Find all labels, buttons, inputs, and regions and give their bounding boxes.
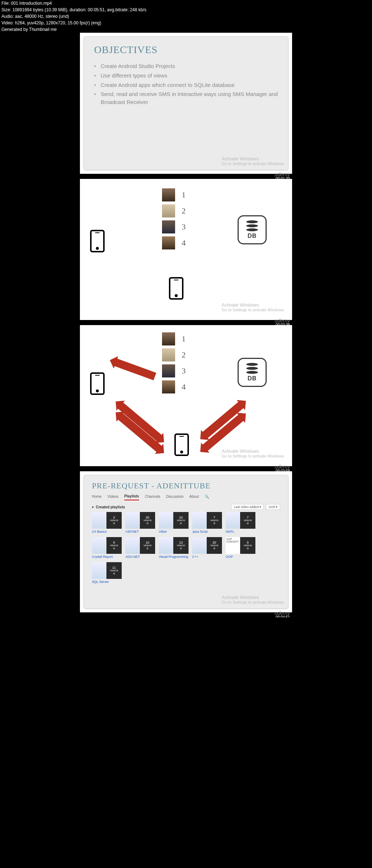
- playlist-item[interactable]: 7VIDEOS≡HMTL: [226, 512, 255, 533]
- playlist-item[interactable]: OOP CONCEPT8VIDEOS≡OOP: [226, 537, 255, 559]
- tab-videos[interactable]: Videos: [108, 495, 118, 500]
- phone-icon: [90, 372, 105, 395]
- search-icon[interactable]: 🔍: [205, 495, 209, 500]
- avatar: [162, 204, 175, 217]
- bullet-item: Use different types of views: [94, 72, 278, 80]
- db-icon: DB: [238, 215, 267, 244]
- avatar: [162, 364, 175, 377]
- windows-watermark: Activate Windows Go to Settings to activ…: [222, 595, 285, 604]
- playlist-item[interactable]: 2VIDEOS≡C# Basics: [92, 512, 122, 533]
- bullet-item: Create Android Studio Projects: [94, 62, 278, 70]
- list-number: 1: [182, 334, 186, 344]
- thumb-frame-2: 1 2 3 4 DB Activate Windows Go to Settin…: [80, 179, 292, 320]
- phone-icon: [174, 433, 189, 456]
- slide-title: OBJECTIVES: [94, 44, 278, 56]
- list-number: 4: [182, 382, 186, 392]
- avatar: [162, 348, 175, 361]
- db-label: DB: [247, 375, 256, 382]
- playlist-item[interactable]: 10VIDEOS≡Other: [159, 512, 189, 533]
- avatar: [162, 380, 175, 393]
- tab-playlists[interactable]: Playlists: [124, 494, 139, 500]
- tab-about[interactable]: About: [189, 495, 199, 500]
- objectives-list: Create Android Studio Projects Use diffe…: [94, 62, 278, 106]
- view-dropdown[interactable]: Grid ▾: [266, 504, 280, 510]
- tab-channels[interactable]: Channels: [145, 495, 160, 500]
- playlist-item[interactable]: 8VIDEOS≡Crystal Report: [92, 537, 122, 559]
- generator-info: Generated by Thumbnail me: [0, 26, 372, 33]
- size-info: Size: 10891694 bytes (10.39 MiB), durati…: [0, 7, 372, 13]
- avatar: [162, 236, 175, 249]
- list-number: 3: [182, 222, 186, 232]
- timecode: 00:04:51: [276, 615, 290, 617]
- created-playlists-label: Created playlists: [96, 505, 125, 509]
- thumb-frame-3: 1 2 3 4 DB Activate Windows Go to Settin…: [80, 325, 292, 466]
- playlist-item[interactable]: 10VIDEOS≡ADO.NET: [125, 537, 155, 559]
- video-info: Video: h264, yuv420p, 1280x720, 15.00 fp…: [0, 20, 372, 26]
- phone-icon: [169, 277, 183, 300]
- sort-dropdown[interactable]: Last video added ▾: [231, 504, 264, 510]
- db-label: DB: [247, 233, 256, 239]
- avatar: [162, 220, 175, 233]
- tab-discussion[interactable]: Discussion: [166, 495, 183, 500]
- list-number: 2: [182, 350, 186, 360]
- thumb-frame-4: PRE-REQUEST - ADENITTUBE Home Videos Pla…: [80, 471, 292, 612]
- bullet-item: Send, read and receive SMS in interactiv…: [94, 90, 278, 106]
- avatar: [162, 332, 175, 345]
- list-number: 4: [182, 238, 186, 248]
- windows-watermark: Activate Windows Go to Settings to activ…: [222, 448, 285, 458]
- slide-title: PRE-REQUEST - ADENITTUBE: [92, 481, 280, 491]
- channel-tabs: Home Videos Playlists Channels Discussio…: [92, 494, 280, 500]
- playlist-item[interactable]: 20VIDEOS≡ASP.NET: [125, 512, 155, 533]
- db-icon: DB: [238, 358, 267, 387]
- windows-watermark: Activate Windows Go to Settings to activ…: [222, 156, 285, 166]
- bullet-item: Create Android apps which connect to SQL…: [94, 81, 278, 89]
- arrow-icon: [113, 358, 156, 380]
- phone-icon: [90, 230, 105, 252]
- list-number: 1: [182, 190, 186, 200]
- audio-info: Audio: aac, 48000 Hz, stereo (und): [0, 13, 372, 20]
- playlist-grid: 2VIDEOS≡C# Basics20VIDEOS≡ASP.NET10VIDEO…: [92, 512, 280, 584]
- playlist-item[interactable]: 20VIDEOS≡C++: [192, 537, 222, 559]
- file-info: File: 001 Introduction.mp4: [0, 0, 372, 7]
- list-number: 2: [182, 206, 186, 216]
- tab-home[interactable]: Home: [92, 495, 102, 500]
- list-number: 3: [182, 366, 186, 376]
- thumb-frame-1: OBJECTIVES Create Android Studio Project…: [80, 33, 292, 174]
- playlist-item[interactable]: 11VIDEOS≡SQL Server: [92, 562, 122, 584]
- chevron-down-icon[interactable]: ▾: [92, 505, 94, 509]
- avatar: [162, 188, 175, 201]
- playlist-item[interactable]: 13VIDEOS≡Visual Programming: [159, 537, 189, 559]
- people-list: 1 2 3 4: [162, 188, 186, 250]
- playlist-item[interactable]: 7VIDEOS≡Java Scrpt: [192, 512, 222, 533]
- windows-watermark: Activate Windows Go to Settings to activ…: [222, 302, 285, 312]
- people-list: 1 2 3 4: [162, 332, 186, 394]
